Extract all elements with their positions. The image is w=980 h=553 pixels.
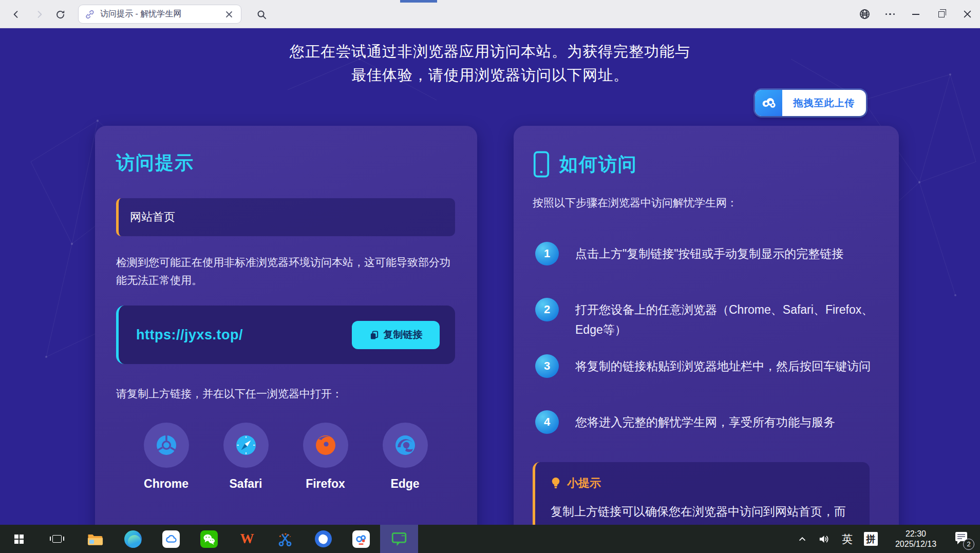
browser-item-firefox: Firefox xyxy=(300,423,351,491)
file-explorer-button[interactable] xyxy=(76,525,114,553)
browser-item-safari: Safari xyxy=(220,423,272,491)
desktop-screen: 访问提示 - 解忧学生网 xyxy=(0,0,980,553)
minimize-button[interactable] xyxy=(903,0,929,28)
open-hint-text: 请复制上方链接，并在以下任一浏览器中打开： xyxy=(116,387,343,401)
snipping-tool-button[interactable] xyxy=(266,525,304,553)
tab-title: 访问提示 - 解忧学生网 xyxy=(100,9,218,20)
copy-link-label: 复制链接 xyxy=(384,328,423,341)
tip-title: 小提示 xyxy=(567,475,601,491)
snipping-tool-icon xyxy=(277,531,293,547)
close-window-button[interactable] xyxy=(954,0,980,28)
web-page: 您正在尝试通过非浏览器应用访问本站。为获得完整功能与 最佳体验，请使用浏览器访问… xyxy=(0,28,980,553)
back-arrow-icon xyxy=(11,9,21,20)
copy-link-button[interactable]: 复制链接 xyxy=(352,321,440,349)
speaker-icon xyxy=(818,533,831,545)
language-label: 英 xyxy=(842,532,853,546)
window-controls xyxy=(852,0,980,28)
forward-arrow-icon xyxy=(34,9,45,20)
restore-button[interactable] xyxy=(929,0,954,28)
notification-center-button[interactable]: 2 xyxy=(950,525,975,553)
step-text: 点击上方"复制链接"按钮或手动复制显示的完整链接 xyxy=(575,244,879,264)
environment-warning-text: 检测到您可能正在使用非标准浏览器环境访问本站，这可能导致部分功能无法正常使用。 xyxy=(116,253,457,289)
browser-list: Chrome Safari xyxy=(116,423,455,491)
restore-icon xyxy=(938,11,945,17)
copy-icon xyxy=(369,330,379,340)
firefox-icon xyxy=(303,423,348,468)
step-number-badge: 2 xyxy=(535,298,559,321)
baidu-netdisk-icon xyxy=(352,530,370,548)
step-row-2: 2 打开您设备上的任意浏览器（Chrome、Safari、Firefox、Edg… xyxy=(535,298,879,340)
hero-message: 您正在尝试通过非浏览器应用访问本站。为获得完整功能与 最佳体验，请使用浏览器访问… xyxy=(0,40,980,87)
menu-button[interactable] xyxy=(877,0,903,28)
start-button[interactable] xyxy=(0,525,38,553)
wechat-button[interactable] xyxy=(190,525,228,553)
windows-logo-icon xyxy=(14,535,24,544)
globe-button[interactable] xyxy=(852,0,877,28)
netdisk-logo-cap xyxy=(755,90,782,116)
access-tips-card: 访问提示 网站首页 检测到您可能正在使用非标准浏览器环境访问本站，这可能导致部分… xyxy=(95,126,477,553)
ime-indicator[interactable]: 拼 xyxy=(860,525,881,553)
cloud-app-icon xyxy=(162,530,180,548)
step-text: 将复制的链接粘贴到浏览器地址栏中，然后按回车键访问 xyxy=(575,356,879,376)
language-indicator[interactable]: 英 xyxy=(838,525,856,553)
address-tab[interactable]: 访问提示 - 解忧学生网 xyxy=(78,5,241,24)
task-view-icon xyxy=(52,535,62,543)
volume-button[interactable] xyxy=(815,525,834,553)
wps-icon: W xyxy=(240,531,254,547)
step-text: 您将进入完整的解忧学生网，享受所有功能与服务 xyxy=(575,412,879,432)
netdisk-drag-upload-button[interactable]: 拖拽至此上传 xyxy=(755,90,866,116)
taskbar-apps: W xyxy=(0,525,418,553)
back-button[interactable] xyxy=(8,7,24,22)
browser-item-edge: Edge xyxy=(380,423,431,491)
file-explorer-icon xyxy=(87,532,104,546)
safari-icon xyxy=(223,423,269,468)
baidu-netdisk-button[interactable] xyxy=(342,525,380,553)
forward-button[interactable] xyxy=(32,7,47,22)
link-icon xyxy=(85,9,95,20)
hero-line-2: 最佳体验，请使用浏览器访问以下网址。 xyxy=(0,63,980,87)
task-view-button[interactable] xyxy=(38,525,76,553)
refresh-button[interactable] xyxy=(52,7,68,22)
blue-circle-app-icon xyxy=(315,530,332,547)
step-row-1: 1 点击上方"复制链接"按钮或手动复制显示的完整链接 xyxy=(535,242,879,265)
browser-toolbar: 访问提示 - 解忧学生网 xyxy=(0,0,980,28)
cloud-app-button[interactable] xyxy=(152,525,190,553)
netdisk-widget-label: 拖拽至此上传 xyxy=(782,97,866,110)
step-number-badge: 3 xyxy=(535,354,559,378)
clock[interactable]: 22:30 2025/12/13 xyxy=(885,525,946,553)
close-icon xyxy=(225,11,233,18)
howto-intro-text: 按照以下步骤在浏览器中访问解忧学生网： xyxy=(533,196,738,210)
page-name-box: 网站首页 xyxy=(116,198,455,236)
phone-icon xyxy=(533,150,550,178)
chevron-up-icon xyxy=(798,535,807,544)
browser-item-chrome: Chrome xyxy=(141,423,192,491)
howto-title-row: 如何访问 xyxy=(533,150,637,178)
step-row-4: 4 您将进入完整的解忧学生网，享受所有功能与服务 xyxy=(535,410,879,434)
site-url: https://jyxs.top/ xyxy=(136,327,243,343)
tray-chevron-button[interactable] xyxy=(794,525,811,553)
wps-button[interactable]: W xyxy=(228,525,266,553)
edge-label: Edge xyxy=(390,477,419,491)
clock-time: 22:30 xyxy=(889,529,943,539)
edge-taskbar-button[interactable] xyxy=(114,525,152,553)
wechat-icon xyxy=(200,530,218,548)
edge-icon xyxy=(383,423,428,468)
refresh-icon xyxy=(55,9,66,20)
active-app-button[interactable] xyxy=(380,525,418,553)
globe-icon xyxy=(859,8,871,20)
howto-card-title: 如何访问 xyxy=(559,152,637,177)
tab-strip-indicator xyxy=(400,0,437,3)
close-window-icon xyxy=(964,10,971,18)
system-tray: 英 拼 22:30 2025/12/13 2 xyxy=(794,525,980,553)
firefox-label: Firefox xyxy=(306,477,345,491)
clock-date: 2025/12/13 xyxy=(889,539,943,549)
lightbulb-icon xyxy=(551,476,561,490)
step-text: 打开您设备上的任意浏览器（Chrome、Safari、Firefox、Edge等… xyxy=(575,300,879,340)
search-button[interactable] xyxy=(254,7,269,22)
search-icon xyxy=(256,9,267,20)
page-name-text: 网站首页 xyxy=(130,209,175,225)
tab-close-button[interactable] xyxy=(223,9,235,20)
how-to-access-card: 如何访问 按照以下步骤在浏览器中访问解忧学生网： 1 点击上方"复制链接"按钮或… xyxy=(514,126,899,553)
browser-app-button[interactable] xyxy=(304,525,342,553)
edge-browser-icon xyxy=(124,530,142,548)
